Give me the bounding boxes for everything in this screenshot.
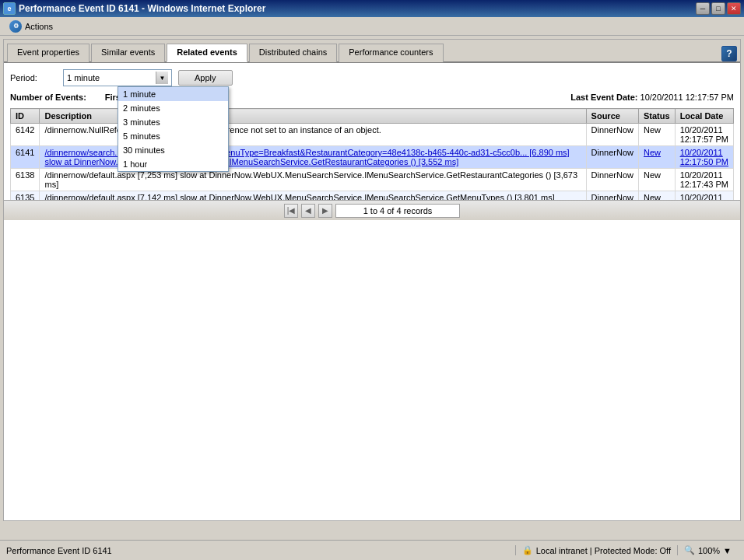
tab-panel: Period: 1 minute ▼ 1 minute 2 minutes 3 … — [4, 63, 740, 220]
num-events-label: Number of Events: — [10, 93, 86, 102]
cell-status: New — [639, 146, 676, 169]
status-bar: Performance Event ID 6141 🔒 Local intran… — [0, 540, 744, 560]
actions-icon: ⚙ — [9, 20, 22, 33]
title-bar-controls: ─ □ ✕ — [696, 2, 741, 15]
pagination-bar: |◀ ◀ ▶ 1 to 4 of 4 records — [4, 200, 740, 220]
cell-status: New — [639, 124, 676, 146]
tab-similar-events[interactable]: Similar events — [91, 44, 165, 62]
select-arrow-icon: ▼ — [156, 72, 168, 84]
tabs-bar: Event properties Similar events Related … — [4, 40, 740, 63]
dropdown-item-5min[interactable]: 5 minutes — [118, 129, 228, 143]
cell-source: DinnerNow — [586, 124, 638, 146]
actions-menu[interactable]: ⚙ Actions — [3, 19, 59, 34]
col-id: ID — [11, 109, 40, 124]
dropdown-item-1min[interactable]: 1 minute — [118, 87, 228, 101]
period-select-wrapper: 1 minute ▼ 1 minute 2 minutes 3 minutes … — [63, 69, 172, 86]
zoom-section: 🔍 100% ▼ — [677, 545, 738, 555]
zoom-arrow-icon: ▼ — [723, 546, 732, 555]
tab-performance-counters[interactable]: Performance counters — [339, 44, 443, 62]
tab-related-events-label: Related events — [177, 47, 237, 57]
cell-id: 6141 — [11, 146, 40, 169]
tab-similar-events-label: Similar events — [101, 47, 155, 57]
cell-source: DinnerNow — [586, 169, 638, 191]
tab-event-properties[interactable]: Event properties — [7, 44, 89, 62]
security-section: 🔒 Local intranet | Protected Mode: Off — [515, 545, 677, 555]
first-page-button[interactable]: |◀ — [284, 204, 298, 218]
cell-date: 10/20/2011 12:17:50 PM — [675, 146, 733, 169]
restore-button[interactable]: □ — [711, 2, 725, 15]
close-button[interactable]: ✕ — [727, 2, 741, 15]
dropdown-item-1hour[interactable]: 1 hour — [118, 157, 228, 171]
period-dropdown: 1 minute 2 minutes 3 minutes 5 minutes 3… — [118, 86, 229, 172]
page-info: 1 to 4 of 4 records — [335, 204, 460, 218]
tab-distributed-chains[interactable]: Distributed chains — [249, 44, 337, 62]
cell-date: 10/20/201112:17:43 PM — [675, 169, 733, 191]
cell-date: 10/20/201112:17:57 PM — [675, 124, 733, 146]
menu-bar: ⚙ Actions — [0, 17, 744, 36]
title-bar: e Performance Event ID 6141 - Windows In… — [0, 0, 744, 17]
period-label: Period: — [10, 73, 57, 82]
period-select[interactable]: 1 minute ▼ — [63, 69, 172, 86]
cell-status: New — [639, 169, 676, 191]
tab-event-properties-label: Event properties — [17, 47, 79, 57]
tab-performance-counters-label: Performance counters — [349, 47, 433, 57]
last-event-info: Last Event Date: 10/20/2011 12:17:57 PM — [570, 93, 734, 102]
actions-label: Actions — [25, 22, 53, 31]
dropdown-item-2min[interactable]: 2 minutes — [118, 101, 228, 115]
window-title: Performance Event ID 6141 - Windows Inte… — [19, 3, 265, 14]
tab-distributed-chains-label: Distributed chains — [259, 47, 327, 57]
main-content: Event properties Similar events Related … — [3, 39, 741, 521]
security-text: Local intranet | Protected Mode: Off — [536, 546, 671, 555]
app-icon: e — [3, 2, 16, 15]
apply-button[interactable]: Apply — [178, 70, 233, 86]
col-status: Status — [639, 109, 676, 124]
cell-id: 6142 — [11, 124, 40, 146]
zoom-level: 100% — [698, 546, 720, 555]
prev-page-button[interactable]: ◀ — [301, 204, 315, 218]
period-row: Period: 1 minute ▼ 1 minute 2 minutes 3 … — [10, 69, 734, 86]
col-source: Source — [586, 109, 638, 124]
period-selected-value: 1 minute — [67, 73, 100, 82]
dropdown-item-3min[interactable]: 3 minutes — [118, 115, 228, 129]
minimize-button[interactable]: ─ — [696, 2, 710, 15]
cell-id: 6138 — [11, 169, 40, 191]
help-button[interactable]: ? — [721, 46, 737, 61]
security-icon: 🔒 — [522, 545, 533, 555]
status-text: Performance Event ID 6141 — [6, 546, 515, 555]
dropdown-item-30min[interactable]: 30 minutes — [118, 143, 228, 157]
last-event-value: 10/20/2011 12:17:57 PM — [640, 93, 734, 102]
next-page-button[interactable]: ▶ — [318, 204, 332, 218]
zoom-icon: 🔍 — [684, 545, 695, 555]
title-bar-left: e Performance Event ID 6141 - Windows In… — [3, 2, 265, 15]
tab-related-events[interactable]: Related events — [167, 44, 247, 62]
col-local-date: Local Date — [675, 109, 733, 124]
cell-source: DinnerNow — [586, 146, 638, 169]
